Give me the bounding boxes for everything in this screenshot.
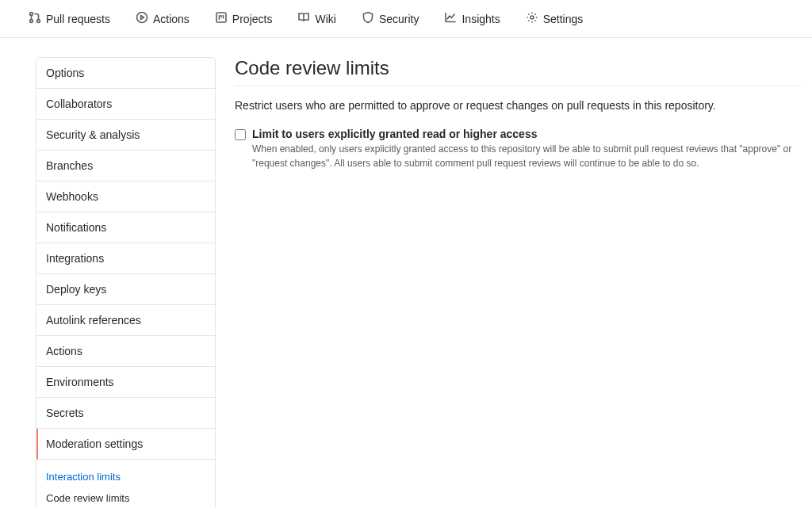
sidebar-item-autolink-references[interactable]: Autolink references bbox=[36, 305, 215, 336]
limit-users-checkbox[interactable] bbox=[235, 129, 246, 140]
pull-request-icon bbox=[29, 11, 41, 26]
sidebar-item-environments[interactable]: Environments bbox=[36, 367, 215, 398]
nav-label: Pull requests bbox=[46, 13, 110, 25]
sidebar-item-branches[interactable]: Branches bbox=[36, 151, 215, 181]
shield-icon bbox=[362, 11, 374, 26]
graph-icon bbox=[444, 11, 457, 26]
page-title: Code review limits bbox=[235, 57, 802, 86]
nav-label: Security bbox=[379, 13, 419, 25]
sidebar-item-security-analysis[interactable]: Security & analysis bbox=[36, 120, 215, 151]
sidebar-item-actions[interactable]: Actions bbox=[36, 336, 215, 367]
nav-label: Wiki bbox=[315, 13, 335, 25]
sidebar-item-moderation-settings[interactable]: Moderation settings bbox=[36, 429, 215, 460]
checkbox-note: When enabled, only users explicitly gran… bbox=[252, 142, 802, 170]
sidebar-item-collaborators[interactable]: Collaborators bbox=[36, 89, 215, 120]
nav-label: Insights bbox=[462, 13, 500, 25]
sidebar-item-secrets[interactable]: Secrets bbox=[36, 398, 215, 429]
checkbox-content: Limit to users explicitly granted read o… bbox=[252, 128, 802, 170]
limit-users-setting: Limit to users explicitly granted read o… bbox=[235, 128, 802, 170]
sidebar-item-notifications[interactable]: Notifications bbox=[36, 212, 215, 243]
nav-label: Settings bbox=[543, 13, 584, 25]
sidebar-subnav: Interaction limits Code review limits bbox=[36, 460, 215, 508]
nav-wiki[interactable]: Wiki bbox=[288, 5, 345, 32]
sidebar-item-integrations[interactable]: Integrations bbox=[36, 243, 215, 274]
repo-nav: Pull requests Actions Projects Wiki Secu… bbox=[0, 0, 812, 38]
svg-point-5 bbox=[530, 16, 534, 19]
nav-settings[interactable]: Settings bbox=[516, 5, 593, 32]
book-icon bbox=[297, 11, 310, 26]
settings-sidebar: Options Collaborators Security & analysi… bbox=[36, 57, 216, 508]
gear-icon bbox=[526, 11, 538, 26]
svg-point-3 bbox=[136, 13, 147, 23]
sidebar-item-options[interactable]: Options bbox=[36, 58, 215, 89]
project-icon bbox=[215, 11, 228, 26]
subnav-code-review-limits[interactable]: Code review limits bbox=[36, 487, 215, 508]
sidebar-item-deploy-keys[interactable]: Deploy keys bbox=[36, 274, 215, 305]
checkbox-label: Limit to users explicitly granted read o… bbox=[252, 128, 802, 140]
play-circle-icon bbox=[136, 11, 148, 26]
sidebar-item-webhooks[interactable]: Webhooks bbox=[36, 181, 215, 212]
nav-actions[interactable]: Actions bbox=[126, 5, 199, 32]
nav-security[interactable]: Security bbox=[352, 5, 429, 32]
nav-label: Actions bbox=[153, 13, 190, 25]
nav-label: Projects bbox=[232, 13, 273, 25]
subnav-interaction-limits[interactable]: Interaction limits bbox=[36, 466, 215, 487]
page-description: Restrict users who are permitted to appr… bbox=[235, 99, 802, 112]
nav-pull-requests[interactable]: Pull requests bbox=[19, 5, 120, 32]
nav-insights[interactable]: Insights bbox=[435, 5, 509, 32]
main-content: Code review limits Restrict users who ar… bbox=[235, 57, 812, 508]
nav-projects[interactable]: Projects bbox=[205, 5, 282, 32]
